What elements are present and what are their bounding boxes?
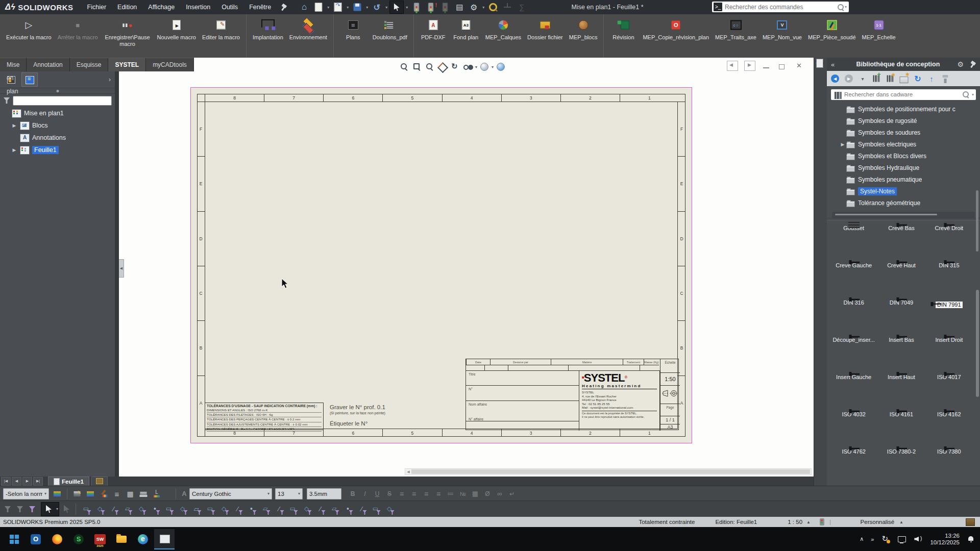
menu-item[interactable]: Fichier [82,0,112,14]
sheet-tab-feuille1[interactable]: Feuille1 [48,477,89,486]
ribbon-button[interactable]: Editer la macro [199,16,243,42]
font-size-combo[interactable]: 13▾ [275,488,303,499]
library-item[interactable]: ISO 4161 [877,411,925,448]
search-icon[interactable] [837,3,845,11]
ribbon-button[interactable]: Arrêter la macro [55,16,101,42]
ribbon-button[interactable]: MEP_Traits_axe [712,16,760,42]
selection-filter-icon[interactable] [355,503,369,516]
drawing-sheet[interactable]: 87654321 87654321 FEDCBA FEDCBA TOLÉRANC… [190,87,692,443]
search-caret[interactable]: ▾ [845,5,847,9]
ribbon-button[interactable]: MEP_Echelle [859,16,899,42]
selection-filter-icon[interactable] [121,503,134,516]
ribbon-tab[interactable]: Mise en plan [0,58,27,71]
library-item[interactable]: Insert Haut [877,374,925,411]
ribbon-button[interactable]: Implantation [250,16,286,42]
options-caret[interactable]: ▾ [481,5,486,10]
layer-combo[interactable]: -Selon la norm▾ [3,488,49,499]
library-item[interactable]: Crevé Droit [925,225,973,262]
library-toolbar-icon[interactable] [844,73,854,84]
library-item[interactable]: DIN 316 [830,299,877,337]
select-arrow-button[interactable] [41,502,59,516]
library-folder-row[interactable]: Tolérance géométrique [827,197,980,209]
library-toolbar-icon[interactable] [940,73,950,84]
menu-item[interactable]: Fenêtre [243,0,277,14]
rotate-view-icon[interactable] [450,62,461,72]
folder-tree-scrollbar[interactable] [976,190,978,252]
library-search-box[interactable]: ▾ [831,89,976,100]
library-toolbar-icon[interactable] [913,73,923,84]
start-button[interactable] [4,529,24,549]
home-button[interactable] [298,1,311,13]
ribbon-button[interactable]: MEP_Calques [482,16,524,42]
selection-filter-icon[interactable] [80,503,93,516]
measure-button[interactable] [486,1,500,13]
library-item[interactable]: Découpe_inser... [830,337,877,374]
tree-item[interactable]: ▶ Blocs [0,119,115,132]
library-folder-row[interactable]: Systel-Notes [827,186,980,197]
library-item[interactable]: Crevé Haut [877,262,925,299]
font-family-combo[interactable]: Century Gothic▾ [189,488,272,499]
library-item[interactable]: ISO 4162 [925,411,973,448]
tree-item[interactable]: Annotations [0,132,115,144]
select-tool-button[interactable] [389,1,404,14]
ribbon-tab[interactable]: SYSTEL [108,58,146,71]
folder-tree-hscrollbar[interactable] [832,212,975,218]
doc-restore-icon[interactable] [778,61,788,70]
doc-minimize-icon[interactable] [762,61,772,70]
library-item[interactable]: DIN 315 [925,262,973,299]
library-toolbar-icon[interactable] [830,73,840,84]
library-toolbar-icon[interactable] [871,73,881,84]
next-doc-icon[interactable] [744,61,755,71]
undo-caret[interactable]: ▾ [384,5,389,10]
selection-filter-icon[interactable] [369,503,382,516]
menu-item[interactable]: Edition [112,0,142,14]
library-toolbar-icon[interactable] [885,73,895,84]
next-sheet-icon[interactable]: ▶ [22,477,32,486]
selection-filter-icon[interactable] [217,503,231,516]
library-item[interactable]: Insert Droit [925,337,973,374]
taskbar-app-solidworks[interactable] [90,529,110,549]
selection-filter-icon[interactable] [190,503,203,516]
selection-filter-icon[interactable] [300,503,313,516]
menu-item[interactable]: Affichage [142,0,180,14]
library-folder-row[interactable]: Symboles et Blocs divers [827,151,980,162]
selection-filter-icon[interactable] [245,503,258,516]
clear-filters-icon[interactable] [4,506,11,513]
library-item[interactable]: ISO 4032 [830,411,877,448]
ribbon-button[interactable]: MEP_blocs [566,16,601,42]
tree-item[interactable]: ▶ Feuille1 [0,144,115,156]
save-caret[interactable]: ▾ [364,5,370,10]
gear-icon[interactable]: ⚙ [957,60,964,68]
collapse-pane-icon[interactable]: « [831,61,835,68]
tree-root-row[interactable]: Mise en plan1 [0,107,115,119]
selection-filter-icon[interactable] [328,503,341,516]
ribbon-button[interactable]: Plans [337,16,370,42]
view-orientation-icon[interactable] [495,62,506,72]
tree-filter-input[interactable] [13,96,112,106]
selection-filter-icon[interactable] [231,503,244,516]
ribbon-button[interactable]: MEP_Copie_révision_plan [640,16,712,42]
zoom-to-area-icon[interactable] [411,62,423,72]
library-folder-row[interactable]: Symboles de soudures [827,127,980,139]
ribbon-button[interactable]: Doublons_pdf [370,16,410,42]
pin-pane-icon[interactable] [968,60,977,69]
panel-collapse-handle[interactable]: ◀ [119,259,124,278]
display-tray-icon[interactable] [897,535,906,543]
pin-menu-icon[interactable] [279,3,288,12]
ribbon-button[interactable]: MEP_Pièce_soudé [805,16,859,42]
selection-filter-icon[interactable] [149,503,162,516]
filter-funnel-icon[interactable] [3,97,10,104]
panel-expand-chevron[interactable]: › [109,76,111,83]
featuremanager-tab-icon[interactable] [21,72,38,87]
scrollbar-thumb[interactable] [411,469,810,474]
ribbon-tab[interactable]: Annotation [27,58,69,71]
library-item[interactable]: ISO 7380-2 [877,448,925,486]
library-item[interactable]: ISO 4017 [925,374,973,411]
ribbon-button[interactable]: Fond plan [450,16,482,42]
rebuild-button[interactable] [410,1,423,13]
library-folder-row[interactable]: Symboles Hydraulique [827,162,980,174]
layer-tool-icon[interactable] [84,488,96,499]
taskbar-app-active-window[interactable] [154,529,175,549]
command-search-input[interactable] [724,3,837,11]
library-toolbar-icon[interactable] [926,73,937,84]
